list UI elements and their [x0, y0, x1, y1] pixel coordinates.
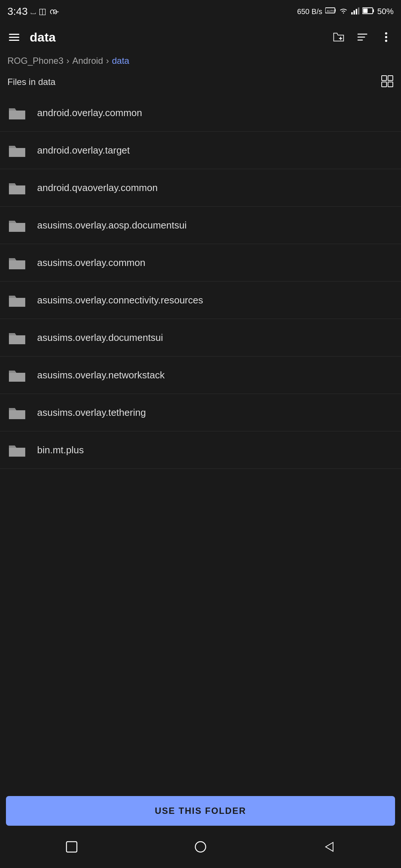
image-icon: ◫	[39, 7, 46, 16]
svg-point-23	[195, 842, 206, 852]
battery-icon	[362, 7, 374, 16]
file-name: asusims.overlay.aosp.documentsui	[37, 220, 187, 231]
breadcrumb-sep-2: ›	[106, 56, 109, 66]
more-options-button[interactable]	[377, 28, 395, 46]
svg-rect-18	[382, 76, 387, 80]
bottom-action: USE THIS FOLDER	[0, 791, 401, 831]
grid-view-button[interactable]	[381, 75, 394, 89]
file-name: asusims.overlay.common	[37, 257, 145, 269]
status-time: 3:43	[7, 6, 28, 17]
svg-rect-22	[66, 842, 77, 852]
svg-rect-5	[356, 9, 357, 14]
notification-icon: ൹	[49, 7, 59, 16]
breadcrumb-rog[interactable]: ROG_Phone3	[7, 56, 63, 66]
svg-rect-1	[335, 9, 336, 11]
file-name: asusims.overlay.networkstack	[37, 369, 164, 381]
auto-icon: AUTO	[325, 7, 336, 16]
new-folder-button[interactable]	[330, 28, 348, 46]
toolbar: data	[0, 22, 401, 52]
list-item[interactable]: android.qvaoverlay.common	[0, 169, 401, 207]
file-name: android.overlay.common	[37, 107, 142, 119]
list-item[interactable]: android.overlay.common	[0, 94, 401, 132]
svg-rect-19	[388, 76, 393, 80]
battery-percent: 50%	[377, 7, 394, 16]
page-title: data	[30, 30, 330, 45]
use-folder-button[interactable]: USE THIS FOLDER	[6, 796, 395, 826]
svg-rect-8	[373, 9, 374, 12]
status-right: 650 B/s AUTO 50%	[297, 7, 394, 16]
svg-rect-20	[382, 82, 387, 87]
svg-marker-24	[326, 842, 333, 851]
hamburger-button[interactable]	[6, 31, 22, 44]
folder-icon	[7, 103, 27, 122]
file-list: android.overlay.common android.overlay.t…	[0, 94, 401, 791]
files-label: Files in data	[7, 77, 55, 87]
folder-icon	[7, 365, 27, 385]
svg-point-16	[385, 36, 387, 38]
list-item[interactable]: asusims.overlay.networkstack	[0, 356, 401, 394]
folder-icon	[7, 290, 27, 310]
svg-rect-4	[353, 10, 355, 14]
list-item[interactable]: asusims.overlay.connectivity.resources	[0, 282, 401, 319]
list-item[interactable]: asusims.overlay.common	[0, 244, 401, 282]
svg-rect-3	[351, 12, 353, 14]
list-item[interactable]: asusims.overlay.documentsui	[0, 319, 401, 356]
file-name: asusims.overlay.documentsui	[37, 332, 163, 343]
breadcrumb-android[interactable]: Android	[72, 56, 103, 66]
folder-icon	[7, 328, 27, 347]
breadcrumb-data[interactable]: data	[112, 56, 130, 66]
svg-point-17	[385, 40, 387, 42]
folder-icon	[7, 403, 27, 422]
svg-text:AUTO: AUTO	[327, 9, 335, 13]
toolbar-actions	[330, 28, 395, 46]
svg-rect-9	[363, 9, 368, 13]
message-icon: ⎵	[31, 7, 36, 16]
recent-apps-button[interactable]	[61, 836, 83, 858]
svg-point-15	[385, 32, 387, 34]
file-name: asusims.overlay.connectivity.resources	[37, 295, 203, 306]
status-left: 3:43 ⎵ ◫ ൹	[7, 6, 59, 17]
folder-icon	[7, 216, 27, 235]
folder-icon	[7, 440, 27, 460]
files-header: Files in data	[0, 71, 401, 94]
back-button[interactable]	[318, 836, 340, 858]
svg-rect-6	[358, 7, 359, 14]
signal-icon	[351, 7, 359, 16]
network-speed: 650 B/s	[297, 7, 322, 16]
list-item[interactable]: bin.mt.plus	[0, 431, 401, 469]
list-item[interactable]: asusims.overlay.tethering	[0, 394, 401, 431]
file-name: bin.mt.plus	[37, 444, 84, 456]
folder-icon	[7, 141, 27, 160]
sort-button[interactable]	[353, 28, 371, 46]
file-name: android.overlay.target	[37, 145, 130, 156]
list-item[interactable]: android.overlay.target	[0, 132, 401, 169]
file-name: asusims.overlay.tethering	[37, 407, 146, 418]
file-name: android.qvaoverlay.common	[37, 182, 158, 194]
breadcrumb: ROG_Phone3 › Android › data	[0, 52, 401, 71]
status-bar: 3:43 ⎵ ◫ ൹ 650 B/s AUTO 50%	[0, 0, 401, 22]
wifi-icon	[339, 7, 348, 16]
list-item[interactable]: asusims.overlay.aosp.documentsui	[0, 207, 401, 244]
folder-icon	[7, 253, 27, 272]
folder-icon	[7, 178, 27, 197]
svg-rect-21	[388, 82, 393, 87]
home-button[interactable]	[189, 836, 212, 858]
nav-bar	[0, 831, 401, 868]
breadcrumb-sep-1: ›	[66, 56, 69, 66]
